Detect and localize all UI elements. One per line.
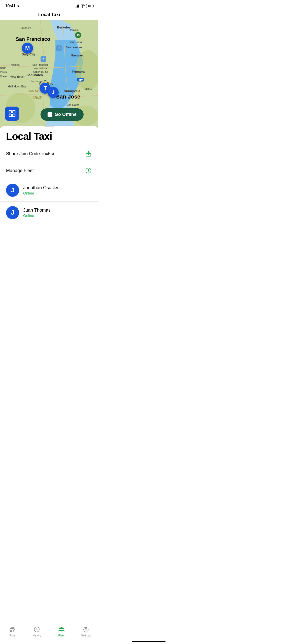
wifi-icon — [81, 5, 85, 8]
member-avatar-juan: J — [6, 206, 19, 219]
share-icon — [85, 150, 92, 157]
manage-fleet-row[interactable]: Manage Fleet — [0, 162, 98, 179]
member-item-juan[interactable]: J Juan Thomas Online — [0, 202, 98, 224]
member-status-jonathan: Online — [23, 191, 58, 195]
signal-icon — [75, 5, 79, 8]
location-arrow-icon — [17, 5, 20, 8]
svg-rect-8 — [9, 114, 12, 117]
status-bar: 10:41 89 — [0, 0, 98, 10]
share-join-code-row[interactable]: Share Join Code: iux5ci — [0, 145, 98, 162]
bottom-sheet: Local Taxi Share Join Code: iux5ci Manag… — [0, 126, 98, 249]
manage-fleet-label: Manage Fleet — [6, 168, 34, 173]
member-status-juan: Online — [23, 213, 51, 218]
share-join-code-label: Share Join Code: iux5ci — [6, 151, 54, 156]
bottom-spacer — [0, 224, 98, 249]
member-name-juan: Juan Thomas — [23, 208, 51, 213]
status-icons: 89 — [75, 4, 93, 8]
app-title-bar: Local Taxi — [0, 10, 98, 20]
app-title: Local Taxi — [38, 12, 60, 17]
airport-icon-oak: ✈ — [56, 45, 62, 51]
svg-rect-7 — [13, 111, 15, 113]
map-pin-j[interactable]: J — [48, 87, 59, 98]
fleet-title: Local Taxi — [0, 127, 98, 145]
go-offline-button[interactable]: Go Offline — [41, 108, 84, 121]
member-name-jonathan: Jonathan Osacky — [23, 185, 58, 190]
go-offline-label: Go Offline — [55, 112, 77, 117]
compass-icon — [85, 167, 92, 174]
member-info-jonathan: Jonathan Osacky Online — [23, 185, 58, 195]
status-time: 10:41 — [5, 4, 16, 9]
svg-text:13: 13 — [77, 34, 80, 37]
svg-rect-9 — [13, 114, 15, 117]
map-pin-m[interactable]: M — [22, 43, 33, 54]
map-container[interactable]: 13 San Francisco Berkeley Sausalito Daly… — [0, 20, 98, 128]
member-info-juan: Juan Thomas Online — [23, 208, 51, 218]
highway-880-badge: 880 — [77, 78, 84, 81]
member-item-jonathan[interactable]: J Jonathan Osacky Online — [0, 179, 98, 202]
member-avatar-jonathan: J — [6, 184, 19, 197]
map-focus-button[interactable] — [5, 107, 19, 121]
svg-rect-6 — [9, 111, 12, 113]
battery-icon: 89 — [86, 4, 93, 8]
stop-icon — [48, 112, 52, 117]
airport-icon-sfo: ✈ — [41, 56, 46, 62]
